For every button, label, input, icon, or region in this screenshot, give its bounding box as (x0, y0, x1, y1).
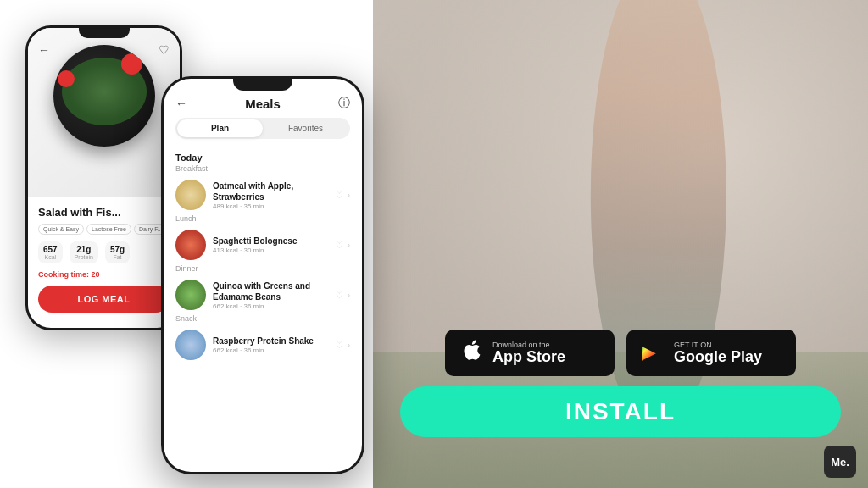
meal-actions-oatmeal: ♡ › (336, 191, 350, 200)
meals-back-button[interactable]: ← (175, 97, 187, 110)
app-store-button[interactable]: Download on the App Store (445, 330, 615, 376)
brand-logo: Me. (824, 446, 856, 478)
install-button[interactable]: INSTALL (400, 386, 841, 437)
app-store-main-label: App Store (492, 349, 565, 366)
meal-info-quinoa: Quinoa with Greens and Edamame Beans 662… (213, 280, 329, 310)
stat-protein-label: Protein (75, 254, 93, 260)
meal-thumb-quinoa (175, 280, 206, 310)
meal-info-bolognese: Spaghetti Bolognese 413 kcal · 30 min (213, 236, 329, 254)
back-button[interactable]: ← (38, 43, 50, 57)
stat-kcal: 657 Kcal (38, 241, 63, 263)
stat-protein-value: 21g (75, 245, 93, 254)
meal-meta-bolognese: 413 kcal · 30 min (213, 247, 329, 254)
meal-heart-oatmeal[interactable]: ♡ (336, 191, 343, 200)
cooking-time-value: 20 (92, 270, 100, 279)
meal-actions-shake: ♡ › (336, 341, 350, 350)
tags-row: Quick & Easy Lactose Free Dairy F... (38, 224, 170, 235)
meal-arrow-oatmeal[interactable]: › (348, 191, 350, 200)
snack-category-label: Snack (164, 314, 362, 325)
meal-name-oatmeal: Oatmeal with Apple, Strawberries (213, 180, 329, 202)
phone-front-inner: ← Meals ⓘ Plan Favorites Today Breakfast… (164, 79, 362, 472)
meals-screen-title: Meals (245, 97, 281, 111)
salad-bowl (53, 45, 155, 147)
meal-heart-quinoa[interactable]: ♡ (336, 291, 343, 300)
meal-thumb-shake (175, 330, 206, 360)
stat-kcal-label: Kcal (43, 254, 58, 260)
meals-info-button[interactable]: ⓘ (338, 96, 350, 111)
stat-fat-value: 57g (110, 245, 125, 254)
app-store-text: Download on the App Store (492, 341, 565, 366)
meal-arrow-bolognese[interactable]: › (348, 241, 350, 250)
meal-info-oatmeal: Oatmeal with Apple, Strawberries 489 kca… (213, 180, 329, 210)
phone-front-notch (233, 79, 292, 91)
stats-row: 657 Kcal 21g Protein 57g Fat (38, 241, 170, 263)
breakfast-category-label: Breakfast (164, 164, 362, 175)
meal-actions-bolognese: ♡ › (336, 241, 350, 250)
meal-name-bolognese: Spaghetti Bolognese (213, 236, 329, 247)
lunch-category-label: Lunch (164, 214, 362, 225)
meal-arrow-quinoa[interactable]: › (348, 291, 350, 300)
cooking-time: Cooking time: 20 (38, 270, 170, 279)
meal-item-bolognese[interactable]: Spaghetti Bolognese 413 kcal · 30 min ♡ … (164, 225, 362, 264)
meal-thumb-oatmeal (175, 180, 206, 210)
google-play-button[interactable]: GET IT ON Google Play (626, 330, 796, 376)
phones-container: ← ♡ Salad with Fis... Quick & Easy Lacto… (25, 8, 381, 483)
tab-plan[interactable]: Plan (177, 119, 263, 137)
store-buttons: Download on the App Store GET IT ON Goog… (445, 330, 796, 376)
salad-image-area: ← ♡ (28, 28, 180, 197)
today-section-label: Today (164, 147, 362, 164)
google-play-text: GET IT ON Google Play (674, 341, 762, 366)
tag-lactose: Lactose Free (86, 224, 131, 235)
phone-back-inner: ← ♡ Salad with Fis... Quick & Easy Lacto… (28, 28, 180, 328)
meal-arrow-shake[interactable]: › (348, 341, 350, 350)
google-play-main-label: Google Play (674, 349, 762, 366)
salad-title: Salad with Fis... (38, 206, 170, 219)
stat-protein: 21g Protein (70, 241, 98, 263)
meal-thumb-bolognese (175, 230, 206, 260)
meal-actions-quinoa: ♡ › (336, 291, 350, 300)
meal-item-shake[interactable]: Raspberry Protein Shake 662 kcal · 36 mi… (164, 325, 362, 364)
google-play-icon (642, 341, 665, 365)
tab-favorites[interactable]: Favorites (263, 119, 348, 137)
meal-item-oatmeal[interactable]: Oatmeal with Apple, Strawberries 489 kca… (164, 175, 362, 214)
meal-name-quinoa: Quinoa with Greens and Edamame Beans (213, 280, 329, 302)
meal-meta-oatmeal: 489 kcal · 35 min (213, 202, 329, 210)
salad-tomato2 (58, 70, 75, 87)
stat-fat-label: Fat (110, 254, 125, 260)
phone-front: ← Meals ⓘ Plan Favorites Today Breakfast… (161, 76, 364, 474)
apple-icon (460, 338, 484, 368)
dinner-category-label: Dinner (164, 264, 362, 275)
meal-meta-quinoa: 662 kcal · 36 min (213, 302, 329, 310)
cta-section: Download on the App Store GET IT ON Goog… (373, 330, 868, 437)
phone-back: ← ♡ Salad with Fis... Quick & Easy Lacto… (25, 25, 182, 330)
meal-heart-shake[interactable]: ♡ (336, 341, 343, 350)
salad-info: Salad with Fis... Quick & Easy Lactose F… (28, 197, 180, 321)
stat-kcal-value: 657 (43, 245, 58, 254)
phone-back-notch (79, 28, 130, 38)
favorite-button[interactable]: ♡ (159, 43, 170, 57)
log-meal-button[interactable]: LOG MEAL (38, 286, 170, 313)
meals-tabs: Plan Favorites (175, 118, 350, 139)
tag-quick: Quick & Easy (38, 224, 84, 235)
meal-heart-bolognese[interactable]: ♡ (336, 241, 343, 250)
stat-fat: 57g Fat (105, 241, 130, 263)
meal-item-quinoa[interactable]: Quinoa with Greens and Edamame Beans 662… (164, 275, 362, 314)
salad-tomato (121, 53, 142, 75)
meal-info-shake: Raspberry Protein Shake 662 kcal · 36 mi… (213, 336, 329, 354)
meal-name-shake: Raspberry Protein Shake (213, 336, 329, 347)
meal-meta-shake: 662 kcal · 36 min (213, 347, 329, 354)
